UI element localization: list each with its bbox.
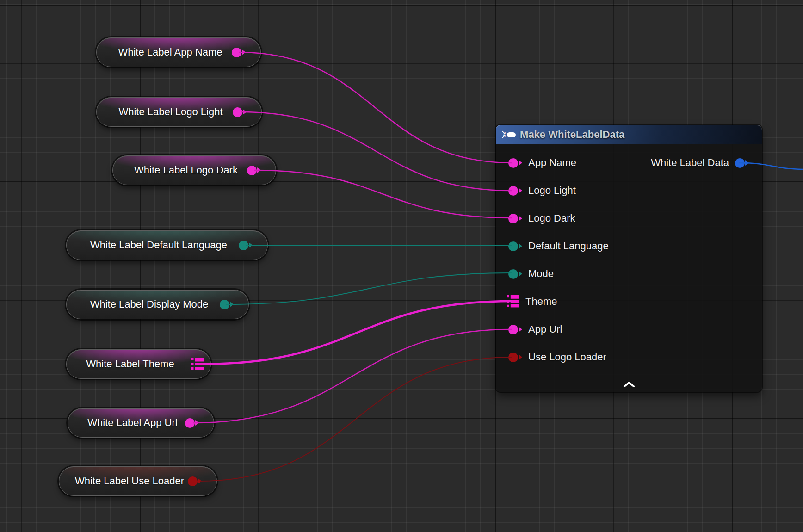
pin-caret-icon [519,188,522,193]
input-row-logo-dark: Logo Dark [496,204,762,232]
getter-node-label: White Label App Url [87,417,177,429]
output-pin-white-label-app-url[interactable] [185,418,195,428]
make-node-title: Make WhiteLabelData [520,129,624,141]
make-whitelabeldata-node[interactable]: ↘ ↗ Make WhiteLabelDataApp NameLogo Ligh… [496,125,762,392]
collapse-node-button[interactable] [620,379,638,389]
struct-grid-pin-icon[interactable] [191,358,204,371]
getter-node-white-label-use-loader[interactable]: White Label Use Loader [59,466,217,496]
getter-node-label: White Label Logo Dark [134,164,238,176]
pin-caret-icon [745,160,749,166]
input-pin-logo-light[interactable] [508,186,518,196]
pin-caret-icon [243,109,247,115]
getter-node-white-label-logo-light[interactable]: White Label Logo Light [96,97,262,127]
pin-caret-icon [195,420,199,426]
output-pin-white-label-logo-dark[interactable] [247,166,257,175]
input-pin-default-language[interactable] [508,241,518,251]
getter-node-white-label-display-mode[interactable]: White Label Display Mode [66,290,249,319]
input-pin-label: Theme [525,296,557,308]
input-row-logo-light: Logo Light [496,177,762,204]
input-pin-label: Mode [528,268,554,280]
getter-node-label: White Label App Name [118,46,222,58]
output-pin-white-label-display-mode[interactable] [220,300,229,309]
pin-caret-icon [519,243,522,249]
input-pin-logo-dark[interactable] [508,214,518,223]
getter-node-white-label-default-language[interactable]: White Label Default Language [66,230,268,260]
make-node-pin-rows: App NameLogo LightLogo DarkDefault Langu… [496,149,762,371]
getter-node-white-label-theme[interactable]: White Label Theme [66,349,211,379]
pin-caret-icon [198,478,202,484]
blueprint-canvas[interactable]: White Label App NameWhite Label Logo Lig… [0,0,803,532]
pin-caret-icon [249,242,253,248]
input-pin-label: Logo Dark [528,212,575,224]
struct-grid-pin-icon[interactable] [507,295,519,308]
getter-node-white-label-app-url[interactable]: White Label App Url [68,408,214,438]
input-row-mode: Mode [496,260,762,288]
getter-node-label: White Label Use Loader [75,475,184,487]
getter-node-white-label-logo-dark[interactable]: White Label Logo Dark [112,155,276,185]
arrow-up-right-icon: ↗ [501,135,506,139]
chevron-up-icon [623,381,635,387]
pin-caret-icon [519,216,522,221]
pin-caret-icon [519,327,522,332]
input-pin-label: Use Logo Loader [528,351,606,363]
output-pin-white-label-data[interactable] [735,158,745,168]
pin-caret-icon [230,302,234,307]
input-pin-use-logo-loader[interactable] [508,353,518,362]
make-node-header[interactable]: ↘ ↗ Make WhiteLabelData [496,125,762,144]
make-struct-icon: ↘ ↗ [501,130,516,139]
pin-caret-icon [242,49,246,55]
pin-caret-icon [519,354,522,360]
pin-caret-icon [257,167,261,173]
output-pin-white-label-use-loader[interactable] [188,476,198,486]
input-pin-label: Logo Light [528,185,576,197]
input-row-default-language: Default Language [496,232,762,260]
output-pin-white-label-app-name[interactable] [232,48,241,57]
getter-node-label: White Label Theme [86,358,174,370]
capsule-icon [507,132,516,137]
getter-node-label: White Label Logo Light [118,106,222,118]
output-pin-white-label-logo-light[interactable] [233,107,242,117]
getter-node-white-label-app-name[interactable]: White Label App Name [96,37,261,67]
input-pin-mode[interactable] [508,269,518,279]
node-layer: White Label App NameWhite Label Logo Lig… [0,0,803,532]
input-pin-label: App Url [528,323,562,335]
input-pin-label: App Name [528,157,576,169]
input-row-theme: Theme [496,288,762,315]
output-row-white-label-data: White Label Data [651,149,749,177]
output-pin-label: White Label Data [651,157,729,169]
input-row-app-url: App Url [496,315,762,343]
input-row-use-logo-loader: Use Logo Loader [496,343,762,371]
pin-caret-icon [519,160,522,166]
getter-node-label: White Label Default Language [90,239,227,251]
input-pin-label: Default Language [528,240,609,252]
input-pin-app-name[interactable] [508,158,518,168]
getter-node-label: White Label Display Mode [90,298,209,310]
output-pin-white-label-default-language[interactable] [239,241,248,250]
input-pin-app-url[interactable] [508,325,518,334]
pin-caret-icon [519,271,522,277]
